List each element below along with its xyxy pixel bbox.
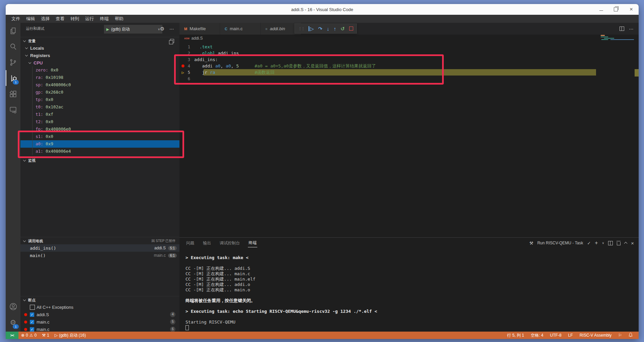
breakpoint-row-2[interactable]: ✓main.c5 bbox=[20, 318, 179, 326]
terminal-task-label[interactable]: Run RISCV-QEMU - Task bbox=[537, 241, 583, 245]
register-row-s1[interactable]: s1: 0x0 bbox=[20, 133, 179, 140]
breakpoint-checkbox[interactable]: ✓ bbox=[30, 320, 34, 324]
source-control-icon[interactable] bbox=[6, 54, 20, 70]
drag-handle[interactable]: ⋮⋮ bbox=[298, 27, 304, 31]
call-stack-list: addi_ins()addi.S5:1main()main.c6:1 bbox=[20, 244, 179, 259]
editor-tab-Makefile[interactable]: MMakefile bbox=[179, 23, 220, 35]
continue-button[interactable]: ▷ bbox=[309, 26, 314, 31]
breakpoint-checkbox[interactable]: ✓ bbox=[30, 327, 34, 332]
register-value: 0x0 bbox=[46, 119, 53, 124]
register-row-t1[interactable]: t1: 0xf bbox=[20, 111, 179, 118]
indentation[interactable]: 空格: 4 bbox=[528, 333, 546, 338]
notifications-bell-icon[interactable] bbox=[626, 333, 635, 338]
menu-item-4[interactable]: 转到 bbox=[67, 15, 82, 23]
breakpoint-checkbox[interactable] bbox=[30, 305, 35, 310]
tree-item-registers[interactable]: Registers bbox=[20, 52, 179, 59]
tree-item-locals[interactable]: Locals bbox=[20, 44, 179, 52]
register-row-fp[interactable]: fp: 0x408006e0 bbox=[20, 126, 179, 133]
breakpoint-row-1[interactable]: ✓addi.S4 bbox=[20, 311, 179, 318]
menu-item-3[interactable]: 查看 bbox=[53, 15, 67, 23]
watch-section-header[interactable]: 监视 bbox=[20, 156, 179, 164]
terminal-output[interactable]: > Executing task: make <CC -[M] 正在构建... … bbox=[185, 255, 635, 330]
menu-item-7[interactable]: 帮助 bbox=[112, 15, 126, 23]
register-row-gp[interactable]: gp: 0x268c0 bbox=[20, 89, 179, 96]
terminal-dropdown-icon[interactable]: ∨ bbox=[602, 241, 604, 245]
register-row-t2[interactable]: t2: 0x0 bbox=[20, 118, 179, 126]
settings-gear-icon[interactable]: ⚙ 1 bbox=[6, 314, 20, 330]
frame-location: addi.S5:1 bbox=[154, 246, 177, 250]
feedback-icon[interactable]: ⚐ bbox=[615, 333, 625, 338]
start-debug-icon[interactable]: ▶ bbox=[106, 27, 109, 32]
run-debug-icon[interactable]: 1 bbox=[6, 70, 20, 86]
account-icon[interactable] bbox=[6, 299, 20, 314]
search-icon[interactable] bbox=[6, 39, 20, 54]
eol[interactable]: LF bbox=[566, 333, 576, 338]
extensions-icon[interactable] bbox=[6, 86, 20, 102]
call-stack-section-header[interactable]: 调用堆栈 因 STEP 已暂停 bbox=[20, 237, 179, 245]
close-panel-icon[interactable]: × bbox=[631, 240, 634, 246]
remote-indicator[interactable]: >< bbox=[6, 332, 18, 339]
chevron-down-icon bbox=[23, 39, 26, 42]
stack-frame-0[interactable]: addi_ins()addi.S5:1 bbox=[20, 244, 179, 252]
editor-tab-main.c[interactable]: Cmain.c bbox=[220, 23, 261, 35]
stack-frame-1[interactable]: main()main.c6:1 bbox=[20, 252, 179, 259]
tasks-status[interactable]: ⚒ 1 bbox=[39, 333, 52, 338]
breakpoints-section-header[interactable]: 断点 bbox=[20, 296, 179, 304]
register-row-ra[interactable]: ra: 0x10198 bbox=[20, 74, 179, 81]
step-out-button[interactable]: ↑ bbox=[334, 26, 336, 31]
step-over-button[interactable]: ↷ bbox=[318, 26, 323, 31]
panel-tab-终端[interactable]: 终端 bbox=[248, 239, 257, 247]
problems-status[interactable]: ⊗ 0 ⚠ 0 bbox=[18, 333, 39, 338]
menu-item-5[interactable]: 运行 bbox=[82, 15, 97, 23]
breakpoint-row-0[interactable]: All C++ Exceptions bbox=[20, 303, 179, 311]
menu-item-6[interactable]: 终端 bbox=[97, 15, 112, 23]
step-into-button[interactable]: ↓ bbox=[327, 26, 329, 31]
debug-settings-gear-icon[interactable]: ⚙ bbox=[160, 23, 164, 35]
watch-label: 监视 bbox=[28, 158, 36, 163]
close-icon[interactable]: × bbox=[629, 7, 634, 12]
sidebar-more-actions-icon[interactable]: ⋯ bbox=[169, 23, 174, 35]
split-editor-icon[interactable] bbox=[620, 27, 624, 31]
register-row-zero[interactable]: zero: 0x0 bbox=[20, 66, 179, 74]
panel-tab-调试控制台[interactable]: 调试控制台 bbox=[219, 239, 240, 247]
debug-session-status[interactable]: ▷ (gdb) 启动 (16) bbox=[52, 333, 89, 338]
explorer-icon[interactable] bbox=[6, 23, 20, 39]
new-terminal-icon[interactable]: + bbox=[595, 240, 598, 246]
remote-explorer-icon[interactable] bbox=[6, 102, 20, 117]
register-row-a0[interactable]: a0: 0x9 bbox=[20, 140, 179, 148]
menu-item-0[interactable]: 文件 bbox=[8, 15, 23, 23]
collapse-all-icon[interactable] bbox=[170, 39, 174, 43]
tree-item-cpu[interactable]: CPU bbox=[20, 59, 179, 66]
terminal-line-4: CC -[M] 正在构建... main.elf bbox=[185, 277, 635, 282]
title-bar[interactable]: addi.S - 16 - Visual Studio Code × bbox=[6, 4, 639, 15]
panel-tab-输出[interactable]: 输出 bbox=[202, 239, 212, 247]
stop-button[interactable] bbox=[349, 27, 353, 31]
cursor-position[interactable]: 行 5, 列 1 bbox=[504, 333, 527, 338]
editor-more-actions-icon[interactable]: ⋯ bbox=[629, 26, 634, 32]
register-row-a1[interactable]: a1: 0x408006e4 bbox=[20, 148, 179, 155]
overview-ruler[interactable] bbox=[635, 35, 639, 237]
breakpoint-icon[interactable] bbox=[181, 64, 184, 67]
variables-section-header[interactable]: 变量 bbox=[20, 37, 179, 45]
language-mode[interactable]: RISC-V Assembly bbox=[577, 333, 614, 338]
minimize-icon[interactable] bbox=[599, 8, 603, 11]
kill-terminal-icon[interactable] bbox=[617, 242, 621, 245]
breadcrumb[interactable]: ASM addi.S bbox=[179, 35, 639, 42]
minimap[interactable] bbox=[600, 35, 635, 237]
register-row-sp[interactable]: sp: 0x408006c0 bbox=[20, 81, 179, 89]
encoding[interactable]: UTF-8 bbox=[547, 333, 564, 338]
code-text: .text bbox=[190, 44, 213, 49]
restart-button[interactable]: ↺ bbox=[340, 26, 345, 31]
debug-config-select[interactable]: ▶ (gdb) 启动 ∨ bbox=[104, 25, 162, 34]
maximize-icon[interactable] bbox=[614, 7, 618, 11]
split-terminal-icon[interactable] bbox=[608, 241, 613, 245]
register-row-tp[interactable]: tp: 0x0 bbox=[20, 96, 179, 103]
panel-tab-问题[interactable]: 问题 bbox=[185, 239, 195, 247]
breakpoint-checkbox[interactable]: ✓ bbox=[30, 312, 34, 317]
maximize-panel-icon[interactable] bbox=[624, 242, 628, 245]
register-row-t0[interactable]: t0: 0x102ac bbox=[20, 103, 179, 111]
menu-item-1[interactable]: 编辑 bbox=[23, 15, 38, 23]
breakpoint-row-3[interactable]: ✓main.c6 bbox=[20, 326, 179, 332]
code-editor[interactable]: 1 .text2 .globl addi_ins3addi_ins:4 addi… bbox=[179, 44, 600, 82]
menu-item-2[interactable]: 选择 bbox=[38, 15, 53, 23]
